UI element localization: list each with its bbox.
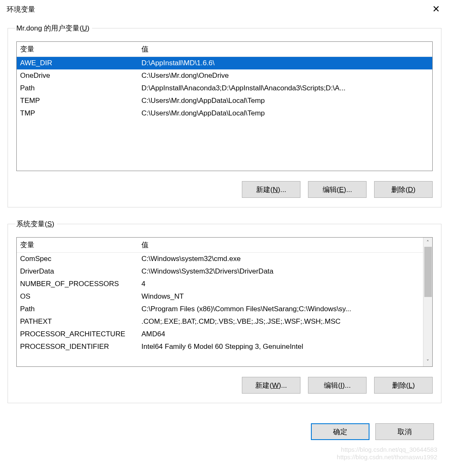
watermark: https://blog.csdn.net/qq_30644583 https:…	[337, 446, 437, 461]
user-variables-table-wrap: 变量 值 AWE_DIRD:\AppInstall\MD\1.6.6\OneDr…	[16, 41, 433, 171]
scroll-thumb[interactable]	[424, 247, 432, 297]
user-delete-button[interactable]: 删除(D)	[374, 181, 433, 198]
system-delete-button[interactable]: 删除(L)	[374, 377, 433, 394]
table-row[interactable]: OneDriveC:\Users\Mr.dong\OneDrive	[17, 69, 432, 82]
var-value-cell: C:\Program Files (x86)\Common Files\NetS…	[138, 303, 432, 315]
user-edit-button[interactable]: 编辑(E)...	[308, 181, 367, 198]
table-row[interactable]: PATHEXT.COM;.EXE;.BAT;.CMD;.VBS;.VBE;.JS…	[17, 315, 432, 328]
table-row[interactable]: PROCESSOR_ARCHITECTUREAMD64	[17, 328, 432, 340]
scroll-down-icon[interactable]: ˅	[426, 357, 429, 366]
user-variables-table[interactable]: 变量 值 AWE_DIRD:\AppInstall\MD\1.6.6\OneDr…	[17, 42, 432, 120]
user-new-button[interactable]: 新建(N)...	[242, 181, 300, 198]
user-col-variable[interactable]: 变量	[17, 42, 138, 57]
var-value-cell: 4	[138, 278, 432, 290]
table-row[interactable]: TEMPC:\Users\Mr.dong\AppData\Local\Temp	[17, 95, 432, 107]
system-scrollbar[interactable]: ˄ ˅	[423, 238, 432, 366]
var-value-cell: C:\Users\Mr.dong\AppData\Local\Temp	[138, 107, 432, 120]
var-name-cell: NUMBER_OF_PROCESSORS	[17, 278, 138, 290]
system-variables-table[interactable]: 变量 值 ComSpecC:\Windows\system32\cmd.exeD…	[17, 238, 432, 353]
table-row[interactable]: NUMBER_OF_PROCESSORS4	[17, 278, 432, 290]
var-value-cell: D:\AppInstall\Anaconda3;D:\AppInstall\An…	[138, 82, 432, 95]
system-buttons: 新建(W)... 编辑(I)... 删除(L)	[16, 377, 433, 394]
var-value-cell: .COM;.EXE;.BAT;.CMD;.VBS;.VBE;.JS;.JSE;.…	[138, 315, 432, 328]
var-value-cell: C:\Users\Mr.dong\OneDrive	[138, 69, 432, 82]
dialog-buttons: 确定 取消	[8, 415, 441, 440]
var-value-cell: C:\Users\Mr.dong\AppData\Local\Temp	[138, 95, 432, 107]
var-value-cell: AMD64	[138, 328, 432, 340]
user-variables-legend: Mr.dong 的用户变量(U)	[15, 23, 92, 33]
close-icon[interactable]: ✕	[428, 2, 444, 16]
table-row[interactable]: PathC:\Program Files (x86)\Common Files\…	[17, 303, 432, 315]
system-variables-table-wrap: 变量 值 ComSpecC:\Windows\system32\cmd.exeD…	[16, 237, 433, 367]
dialog-content: Mr.dong 的用户变量(U) 变量 值 AWE_DIRD:\AppInsta…	[0, 18, 449, 448]
var-name-cell: DriverData	[17, 265, 138, 278]
system-edit-button[interactable]: 编辑(I)...	[308, 377, 367, 394]
var-name-cell: Path	[17, 82, 138, 95]
var-value-cell: C:\Windows\system32\cmd.exe	[138, 253, 432, 266]
var-name-cell: OneDrive	[17, 69, 138, 82]
table-row[interactable]: TMPC:\Users\Mr.dong\AppData\Local\Temp	[17, 107, 432, 120]
user-buttons: 新建(N)... 编辑(E)... 删除(D)	[16, 181, 433, 198]
var-name-cell: PROCESSOR_ARCHITECTURE	[17, 328, 138, 340]
var-name-cell: TEMP	[17, 95, 138, 107]
var-name-cell: PROCESSOR_IDENTIFIER	[17, 340, 138, 353]
table-row[interactable]: DriverDataC:\Windows\System32\Drivers\Dr…	[17, 265, 432, 278]
sys-col-value[interactable]: 值	[138, 238, 432, 253]
var-name-cell: Path	[17, 303, 138, 315]
var-name-cell: PATHEXT	[17, 315, 138, 328]
user-col-value[interactable]: 值	[138, 42, 432, 57]
table-row[interactable]: OSWindows_NT	[17, 290, 432, 303]
var-name-cell: AWE_DIR	[17, 57, 138, 70]
var-name-cell: TMP	[17, 107, 138, 120]
var-value-cell: Intel64 Family 6 Model 60 Stepping 3, Ge…	[138, 340, 432, 353]
system-variables-legend: 系统变量(S)	[15, 219, 57, 229]
var-value-cell: Windows_NT	[138, 290, 432, 303]
cancel-button[interactable]: 取消	[375, 423, 434, 440]
var-value-cell: D:\AppInstall\MD\1.6.6\	[138, 57, 432, 70]
user-variables-group: Mr.dong 的用户变量(U) 变量 值 AWE_DIRD:\AppInsta…	[8, 23, 441, 207]
var-value-cell: C:\Windows\System32\Drivers\DriverData	[138, 265, 432, 278]
window-title: 环境变量	[7, 5, 35, 14]
table-row[interactable]: PathD:\AppInstall\Anaconda3;D:\AppInstal…	[17, 82, 432, 95]
ok-button[interactable]: 确定	[311, 423, 369, 440]
sys-col-variable[interactable]: 变量	[17, 238, 138, 253]
system-new-button[interactable]: 新建(W)...	[242, 377, 300, 394]
var-name-cell: ComSpec	[17, 253, 138, 266]
table-row[interactable]: AWE_DIRD:\AppInstall\MD\1.6.6\	[17, 57, 432, 70]
var-name-cell: OS	[17, 290, 138, 303]
scroll-up-icon[interactable]: ˄	[426, 238, 429, 247]
table-row[interactable]: ComSpecC:\Windows\system32\cmd.exe	[17, 253, 432, 266]
titlebar: 环境变量 ✕	[0, 0, 449, 18]
table-row[interactable]: PROCESSOR_IDENTIFIERIntel64 Family 6 Mod…	[17, 340, 432, 353]
system-variables-group: 系统变量(S) 变量 值 ComSpecC:\Windows\system32\…	[8, 219, 441, 403]
